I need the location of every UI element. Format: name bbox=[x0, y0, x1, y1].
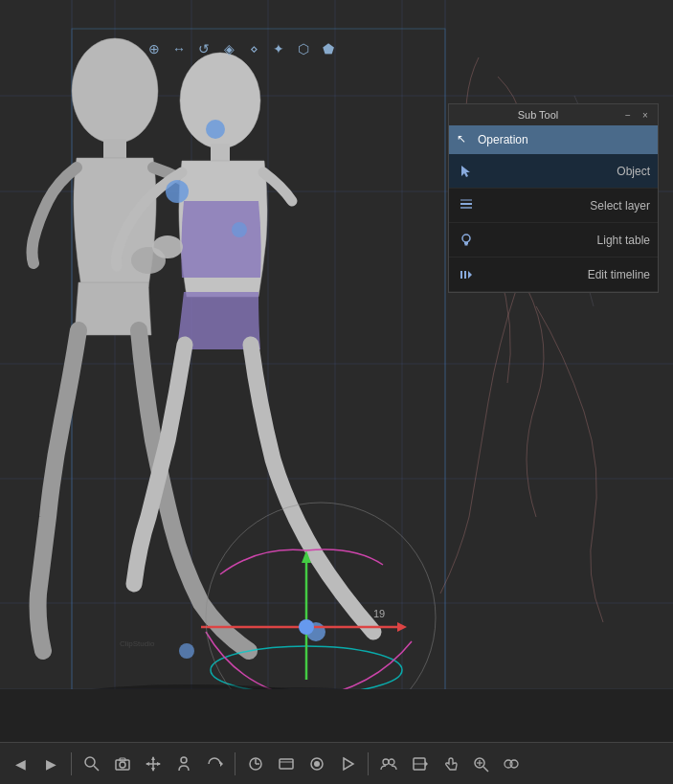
rotate-icon[interactable]: ↺ bbox=[193, 38, 214, 59]
layers-icon bbox=[457, 196, 476, 215]
magnify-icon[interactable] bbox=[79, 751, 104, 776]
object-icon[interactable]: ◈ bbox=[218, 38, 239, 59]
move-icon[interactable]: ⊕ bbox=[144, 38, 165, 59]
svg-rect-38 bbox=[460, 207, 472, 209]
svg-point-46 bbox=[85, 757, 95, 767]
svg-rect-39 bbox=[460, 199, 472, 201]
close-button[interactable]: × bbox=[639, 108, 652, 122]
operation-bar[interactable]: ↖ Operation bbox=[449, 125, 658, 154]
light-table-label: Light table bbox=[476, 234, 650, 247]
hand-icon[interactable]: ⬟ bbox=[318, 38, 339, 59]
svg-point-75 bbox=[510, 760, 518, 768]
rotate2-icon[interactable] bbox=[202, 751, 227, 776]
select-layer-label: Select layer bbox=[476, 199, 650, 213]
svg-point-24 bbox=[152, 235, 183, 258]
svg-point-33 bbox=[57, 684, 325, 713]
svg-rect-17 bbox=[211, 144, 230, 161]
svg-text:ClipStudio: ClipStudio bbox=[120, 639, 155, 648]
svg-marker-52 bbox=[151, 768, 155, 772]
svg-marker-27 bbox=[302, 550, 311, 563]
svg-point-16 bbox=[180, 53, 260, 148]
sub-tool-panel: Sub Tool − × ↖ Operation Object bbox=[448, 103, 659, 293]
svg-rect-60 bbox=[280, 759, 293, 769]
timeline-icon bbox=[457, 265, 476, 284]
object-label: Object bbox=[476, 165, 650, 178]
tool-item-edit-timeline[interactable]: Edit timeline bbox=[449, 258, 658, 292]
bottom-toolbar: ◀ ▶ bbox=[0, 742, 673, 784]
lightbulb-icon bbox=[457, 231, 476, 250]
svg-marker-69 bbox=[425, 761, 428, 767]
camera-icon[interactable]: ⬡ bbox=[293, 38, 314, 59]
group-icon[interactable] bbox=[499, 751, 524, 776]
operation-icon: ↖ bbox=[457, 132, 472, 147]
anim-icon[interactable] bbox=[243, 751, 268, 776]
tool-item-object[interactable]: Object bbox=[449, 154, 658, 189]
svg-rect-42 bbox=[465, 244, 468, 246]
svg-point-31 bbox=[206, 503, 436, 732]
svg-rect-37 bbox=[460, 203, 472, 205]
zoom-icon[interactable] bbox=[468, 751, 493, 776]
svg-point-40 bbox=[462, 235, 470, 242]
prev-arrow-icon[interactable]: ◀ bbox=[8, 751, 33, 776]
cursor-icon bbox=[457, 162, 476, 181]
svg-point-21 bbox=[306, 622, 325, 641]
svg-marker-64 bbox=[344, 758, 353, 770]
hand2-icon[interactable] bbox=[437, 751, 462, 776]
next-arrow-icon[interactable]: ▶ bbox=[38, 751, 63, 776]
svg-marker-51 bbox=[151, 756, 155, 760]
svg-point-65 bbox=[383, 759, 389, 765]
toolbar: ⊕ ↔ ↺ ◈ ⋄ ✦ ⬡ ⬟ bbox=[144, 38, 339, 59]
svg-rect-15 bbox=[103, 139, 126, 158]
operation-label: Operation bbox=[478, 133, 528, 146]
svg-point-19 bbox=[166, 180, 189, 203]
svg-point-55 bbox=[181, 757, 187, 763]
scale-icon[interactable]: ↔ bbox=[168, 38, 190, 59]
svg-rect-0 bbox=[72, 29, 445, 728]
svg-point-30 bbox=[299, 619, 314, 635]
clock-icon[interactable] bbox=[274, 751, 299, 776]
svg-text:19: 19 bbox=[373, 608, 385, 619]
canvas-area: 19 ClipStudio ⊕ ↔ ↺ ◈ ⋄ ✦ ⬡ ⬟ Sub Tool −… bbox=[0, 0, 673, 742]
svg-point-25 bbox=[211, 646, 402, 694]
panel-controls: − × bbox=[621, 108, 652, 122]
svg-rect-44 bbox=[464, 271, 466, 279]
svg-marker-45 bbox=[468, 271, 472, 279]
camera-bottom-icon[interactable] bbox=[110, 751, 135, 776]
svg-point-66 bbox=[389, 759, 394, 765]
svg-marker-56 bbox=[220, 761, 223, 767]
tool-item-light-table[interactable]: Light table bbox=[449, 223, 658, 258]
pan-icon[interactable] bbox=[141, 751, 166, 776]
minimize-button[interactable]: − bbox=[621, 108, 635, 122]
pose-icon[interactable]: ✦ bbox=[268, 38, 289, 59]
person-icon[interactable] bbox=[171, 751, 196, 776]
separator-2 bbox=[235, 752, 236, 775]
svg-point-23 bbox=[131, 247, 166, 274]
frame-icon[interactable] bbox=[407, 751, 432, 776]
bone-icon[interactable]: ⋄ bbox=[243, 38, 264, 59]
svg-marker-53 bbox=[146, 762, 149, 766]
svg-point-34 bbox=[201, 687, 393, 710]
svg-marker-29 bbox=[397, 622, 407, 632]
svg-rect-41 bbox=[464, 242, 468, 244]
separator-3 bbox=[368, 752, 369, 775]
panel-title: Sub Tool bbox=[455, 109, 621, 121]
svg-marker-54 bbox=[157, 762, 161, 766]
svg-point-63 bbox=[314, 761, 320, 767]
svg-rect-43 bbox=[460, 271, 462, 279]
tool-item-select-layer[interactable]: Select layer bbox=[449, 189, 658, 223]
user-icon[interactable] bbox=[376, 751, 401, 776]
svg-point-49 bbox=[120, 762, 125, 768]
panel-titlebar: Sub Tool − × bbox=[449, 104, 658, 125]
svg-line-47 bbox=[94, 766, 99, 771]
svg-point-18 bbox=[206, 120, 225, 139]
edit-timeline-label: Edit timeline bbox=[476, 268, 650, 281]
svg-point-22 bbox=[179, 643, 194, 659]
svg-line-71 bbox=[483, 767, 488, 772]
svg-point-20 bbox=[232, 222, 247, 237]
svg-rect-35 bbox=[0, 689, 673, 742]
separator-1 bbox=[71, 752, 72, 775]
record-icon[interactable] bbox=[304, 751, 329, 776]
play-icon[interactable] bbox=[335, 751, 360, 776]
